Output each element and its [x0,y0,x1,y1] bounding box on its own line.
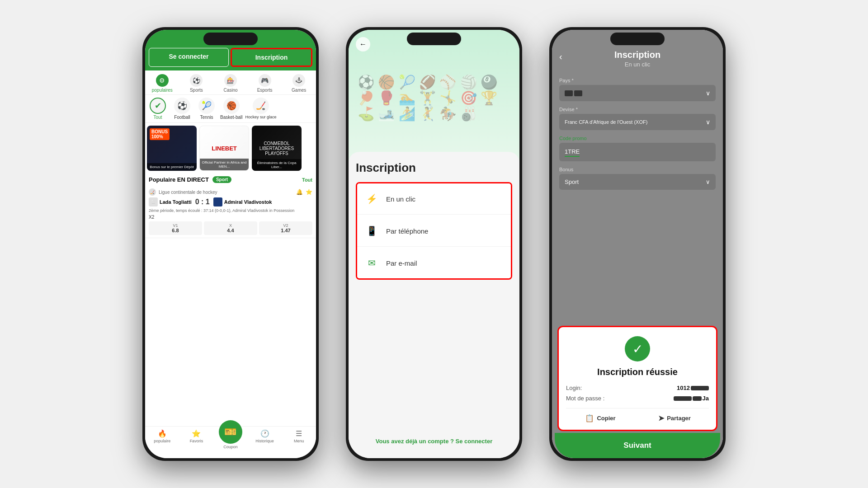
devise-select[interactable]: Franc CFA d'Afrique de l'Ouest (XOF) ∨ [559,114,716,130]
phone3-bg: ‹ Inscription En un clic Pays * ∨ [552,30,723,458]
success-card: ✓ Inscription réussie Login: 1012 Mot de… [557,326,717,431]
banner-bonus[interactable]: BONUS100% Bonus sur le premier Dépôt [147,126,197,171]
nav-populaires[interactable]: ⚙ populaires [145,74,179,93]
odd-v1[interactable]: V1 6.8 [149,221,202,235]
nav-casino[interactable]: 🎰 Casino [213,74,248,93]
league-name: Ligue continentale de hockey [159,190,217,195]
devise-field: Devise * Franc CFA d'Afrique de l'Ouest … [559,107,716,130]
odd-v2[interactable]: V2 1.47 [259,221,312,235]
password-value: Ja [674,395,709,402]
method-en-un-clic[interactable]: ⚡ En un clic [357,183,511,215]
phone-notch-3 [610,33,665,45]
bottom-menu[interactable]: ☰ Menu [282,429,316,449]
method-par-email[interactable]: ✉ Par e-mail [357,248,511,278]
copy-icon: 📋 [585,414,594,422]
phone2-content: Inscription ⚡ En un clic 📱 Par téléphone… [349,152,519,458]
already-account-text: Vous avez déjà un compte ? [376,438,454,445]
casino-icon: 🎰 [224,74,237,87]
bonus-chevron-icon: ∨ [706,178,710,185]
bottom-historique[interactable]: 🕐 Historique [248,429,282,449]
back-arrow-icon: ← [359,40,367,48]
chip-basketball[interactable]: 🏀 Basket-ball [220,98,242,120]
flag-2 [574,90,582,96]
chip-tennis[interactable]: 🎾 Tennis [196,98,217,120]
method-par-email-label: Par e-mail [386,259,417,267]
banner-text-2: Official Partner in Africa and MEN... [200,159,249,170]
chip-football[interactable]: ⚽ Football [171,98,193,120]
section-title: Populaire EN DIRECT Sport Tout [145,174,316,186]
banner-text-3: Éliminatoires de la Copa Liber... [252,159,302,171]
fire-icon: 🔥 [158,429,167,438]
bonus-badge: BONUS100% [150,128,170,140]
inscription-button[interactable]: Inscription [231,48,312,67]
chip-tout[interactable]: ✔ Tout [147,98,169,120]
chip-hockey[interactable]: 🏒 Hockey sur glace [245,98,276,120]
phone-1: Se connecter Inscription ⚙ populaires ⚽ … [142,27,319,461]
password-label: Mot de passe : [566,395,604,402]
method-par-telephone-label: Par téléphone [386,227,428,235]
share-icon: ➤ [658,414,664,422]
bottom-populaire[interactable]: 🔥 populaire [145,429,179,449]
populaires-icon: ⚙ [156,74,169,87]
phone3-form: Pays * ∨ Devise * Franc CFA d'Afri [552,72,723,201]
nav-games[interactable]: 🕹 Games [282,74,316,93]
method-list: ⚡ En un clic 📱 Par téléphone ✉ Par e-mai… [356,182,512,280]
flag-1 [565,90,573,96]
devise-label: Devise * [559,107,716,112]
promo-input[interactable]: 1TRE [559,143,716,161]
bottom-favoris[interactable]: ⭐ Favoris [179,429,214,449]
connect-button[interactable]: Se connecter [149,48,229,67]
odd-x[interactable]: X 4.4 [204,221,257,235]
sports-filter: ✔ Tout ⚽ Football 🎾 Tennis 🏀 Basket-ball… [145,95,316,123]
copy-button[interactable]: 📋 Copier [566,414,635,422]
inscription-title: Inscription [356,161,512,175]
success-icon: ✓ [625,336,650,361]
tout-link[interactable]: Tout [302,177,312,183]
league-icon: 🏒 [149,188,156,196]
nav-esports[interactable]: 🎮 Esports [248,74,282,93]
team2-logo [213,197,222,206]
pays-select[interactable]: ∨ [559,85,716,101]
nav-sports[interactable]: ⚽ Sports [179,74,214,93]
devise-value: Franc CFA d'Afrique de l'Ouest (XOF) [565,119,647,125]
sports-bg: ⚽ 🏀 🎾 🏈 ⚾ 🏐 🎱 🏓 🥊 🏊 🏋 🤸 🎯 🏆 ⛳ 🎿 🏄 🤾 🏇 🎳 [349,30,519,165]
pays-label: Pays * [559,78,716,83]
method-par-telephone[interactable]: 📱 Par téléphone [357,216,511,247]
password-mask-1 [674,396,692,401]
method-en-un-clic-label: En un clic [386,195,415,203]
phone-2: ⚽ 🏀 🎾 🏈 ⚾ 🏐 🎱 🏓 🥊 🏊 🏋 🤸 🎯 🏆 ⛳ 🎿 🏄 🤾 🏇 🎳 … [346,27,522,461]
match-row: 🏒 Ligue continentale de hockey 🔔 ⭐ ⬜ Lad… [145,186,316,238]
favoris-icon: ⭐ [192,429,201,438]
bottom-coupon[interactable]: 🎫 Coupon [213,429,248,449]
team1-name: Lada Togliatti [160,199,192,205]
share-button[interactable]: ➤ Partager [640,414,709,422]
phone3-title: Inscription [559,50,716,60]
back-arrow-phone3[interactable]: ‹ [559,52,562,62]
coupon-button[interactable]: 🎫 [219,420,242,444]
section-title-text: Populaire EN DIRECT [149,176,209,183]
bolt-icon: ⚡ [364,192,379,206]
teams-row: ⬜ Lada Togliatti 0 : 1 Admiral Vladivost… [149,197,312,206]
bonus-select[interactable]: Sport ∨ [559,174,716,190]
historique-icon: 🕐 [260,429,269,438]
suivant-button[interactable]: Suivant [555,433,720,458]
sport-badge[interactable]: Sport [212,176,231,183]
linebet-logo: LINEBET [212,145,237,152]
bonus-value: Sport [565,178,579,185]
se-connecter-link[interactable]: Se connecter [456,438,493,445]
bell-icon[interactable]: 🔔 [296,189,303,195]
team1-logo: ⬜ [149,197,158,206]
banner-linebet[interactable]: LINEBET Official Partner in Africa and M… [199,126,249,171]
x2-label: X2 [149,215,312,220]
star-icon[interactable]: ⭐ [306,189,312,195]
match-status: 2ème période, temps écoulé : 37:14 (0-0,… [149,208,312,213]
bottom-nav: 🔥 populaire ⭐ Favoris 🎫 Coupon 🕐 Histori… [145,426,316,458]
phone-notch-1 [203,33,258,45]
password-row: Mot de passe : Ja [566,395,709,402]
promo-label: Code promo [559,136,716,141]
banner-copa[interactable]: CONMEBOLLIBERTADORESPLAYOFFS Éliminatoir… [252,126,302,171]
team2-name: Admiral Vladivostok [224,199,272,205]
phone2-back[interactable]: ← [356,37,370,52]
copa-label: CONMEBOLLIBERTADORESPLAYOFFS [258,139,296,158]
promo-value: 1TRE [565,148,580,157]
